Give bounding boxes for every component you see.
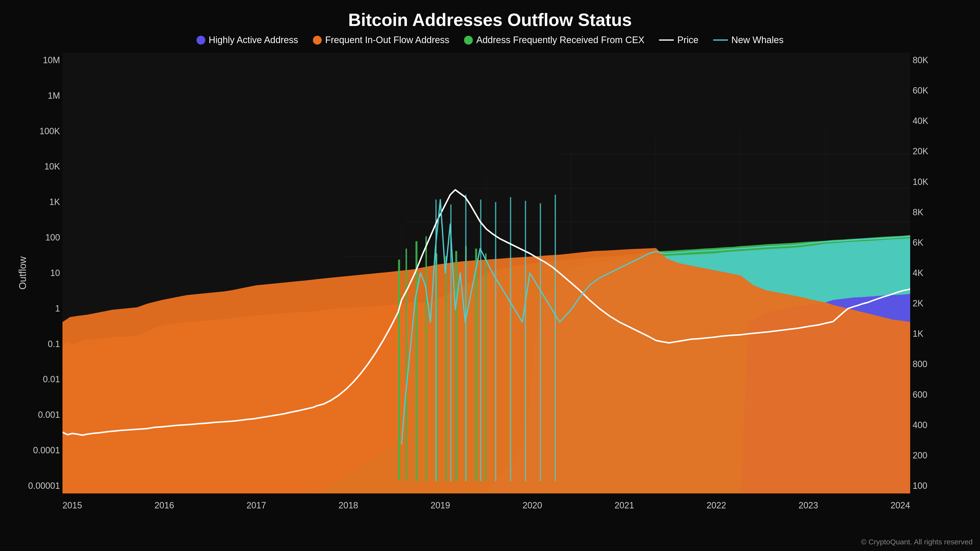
y-left-label-10: 0.001 xyxy=(38,410,60,420)
legend-item-highly-active: Highly Active Address xyxy=(196,35,298,45)
chart-container: Bitcoin Addresses Outflow Status Highly … xyxy=(0,0,980,551)
svg-rect-32 xyxy=(485,254,487,481)
svg-rect-38 xyxy=(510,197,511,481)
y-left-label-9: 0.01 xyxy=(43,374,60,384)
legend-label-price: Price xyxy=(677,35,698,45)
chart-legend: Highly Active Address Frequent In-Out Fl… xyxy=(196,35,784,45)
legend-item-cex: Address Frequently Received From CEX xyxy=(464,35,644,45)
y-right-label-0: 80K xyxy=(913,55,928,65)
y-left-label-2: 100K xyxy=(40,126,60,137)
y-right-label-11: 600 xyxy=(913,390,928,400)
legend-dot-cex xyxy=(464,36,473,44)
y-left-label-11: 0.0001 xyxy=(33,445,60,456)
svg-rect-35 xyxy=(465,195,466,481)
legend-label-cex: Address Frequently Received From CEX xyxy=(476,35,644,45)
svg-rect-29 xyxy=(455,251,457,481)
chart-title: Bitcoin Addresses Outflow Status xyxy=(348,10,632,30)
y-left-label-8: 0.1 xyxy=(48,339,60,349)
copyright-text: © CryptoQuant. All rights reserved xyxy=(861,538,973,546)
legend-label-frequent-inout: Frequent In-Out Flow Address xyxy=(325,35,449,45)
legend-dot-frequent-inout xyxy=(313,36,322,44)
legend-line-price xyxy=(659,40,674,41)
y-left-label-0: 10M xyxy=(43,55,60,65)
y-right-label-7: 4K xyxy=(913,268,923,278)
x-label-2022: 2022 xyxy=(706,500,726,511)
legend-dot-highly-active xyxy=(196,36,205,44)
svg-rect-37 xyxy=(495,202,496,481)
legend-item-price: Price xyxy=(659,35,698,45)
y-right-label-3: 20K xyxy=(913,146,928,157)
legend-item-frequent-inout: Frequent In-Out Flow Address xyxy=(313,35,449,45)
x-label-2021: 2021 xyxy=(614,500,634,511)
main-chart-svg xyxy=(62,52,910,494)
legend-line-new-whales xyxy=(713,40,728,41)
y-left-label-5: 100 xyxy=(45,232,60,243)
svg-rect-25 xyxy=(415,241,417,481)
y-left-label-7: 1 xyxy=(55,303,60,314)
x-label-2016: 2016 xyxy=(154,500,174,511)
svg-rect-41 xyxy=(555,195,556,481)
x-label-2024: 2024 xyxy=(891,500,910,511)
y-right-label-9: 1K xyxy=(913,329,923,339)
y-axis-right: 80K 60K 40K 20K 10K 8K 6K 4K 2K 1K 800 6… xyxy=(910,52,950,494)
svg-rect-24 xyxy=(406,249,407,481)
y-right-label-14: 100 xyxy=(913,481,928,491)
x-label-2019: 2019 xyxy=(431,500,450,511)
x-label-2023: 2023 xyxy=(799,500,818,511)
y-right-label-13: 200 xyxy=(913,450,928,460)
y-left-label-4: 1K xyxy=(49,197,60,207)
legend-label-highly-active: Highly Active Address xyxy=(209,35,298,45)
y-axis-title: Outflow xyxy=(17,256,28,290)
svg-rect-39 xyxy=(525,201,526,481)
svg-rect-36 xyxy=(480,200,481,481)
svg-rect-26 xyxy=(425,236,427,481)
x-label-2018: 2018 xyxy=(339,500,358,511)
x-label-2015: 2015 xyxy=(62,500,82,511)
x-axis: 2015 2016 2017 2018 2019 2020 2021 2022 … xyxy=(62,500,910,511)
svg-rect-28 xyxy=(445,256,447,481)
legend-label-new-whales: New Whales xyxy=(731,35,784,45)
x-label-2017: 2017 xyxy=(247,500,266,511)
chart-area: 10M 1M 100K 10K 1K 100 10 1 0.1 0.01 0.0… xyxy=(30,52,950,494)
y-right-label-2: 40K xyxy=(913,116,928,126)
y-left-label-6: 10 xyxy=(50,268,60,278)
svg-rect-40 xyxy=(540,203,541,481)
legend-item-new-whales: New Whales xyxy=(713,35,784,45)
y-axis-left: 10M 1M 100K 10K 1K 100 10 1 0.1 0.01 0.0… xyxy=(30,52,62,494)
y-right-label-12: 400 xyxy=(913,420,928,430)
svg-rect-31 xyxy=(475,249,477,481)
y-right-label-1: 60K xyxy=(913,86,928,96)
y-left-label-12: 0.00001 xyxy=(28,481,60,491)
y-left-label-1: 1M xyxy=(48,91,60,101)
y-left-label-3: 10K xyxy=(45,161,60,171)
y-right-label-8: 2K xyxy=(913,298,923,308)
y-right-label-6: 6K xyxy=(913,238,923,248)
svg-rect-23 xyxy=(398,260,400,480)
x-label-2020: 2020 xyxy=(523,500,542,511)
y-right-label-5: 8K xyxy=(913,207,923,218)
y-right-label-10: 800 xyxy=(913,359,928,369)
y-right-label-4: 10K xyxy=(913,177,928,187)
